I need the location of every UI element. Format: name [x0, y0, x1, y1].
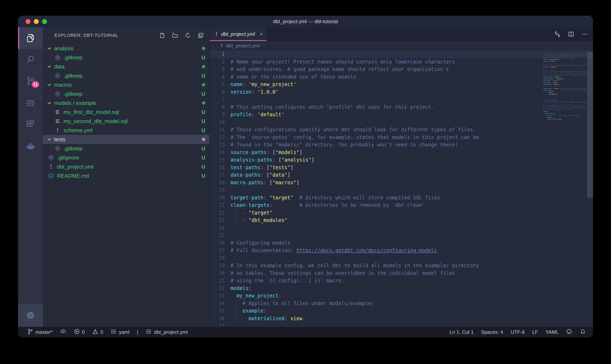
tree-folder-data[interactable]: data	[43, 62, 209, 71]
git-file-icon: ⑂	[54, 90, 61, 97]
line-number: 11	[210, 126, 225, 134]
new-folder-icon[interactable]	[172, 32, 178, 39]
new-file-icon[interactable]	[159, 32, 166, 39]
status-linter-file[interactable]: dbt_project.yml	[146, 328, 188, 336]
source-control-badge: 11	[31, 80, 40, 89]
tree-file--gitkeep[interactable]: ⑂.gitkeepU	[43, 53, 209, 62]
line-number: 1	[210, 51, 225, 58]
tree-file--gitkeep[interactable]: ⑂.gitkeepU	[43, 89, 209, 98]
explorer-icon[interactable]	[18, 27, 43, 49]
line-number: 16	[210, 164, 225, 171]
git-untracked-badge: U	[202, 109, 205, 115]
folder-changes-dot	[202, 83, 205, 86]
line-number: 8	[210, 104, 225, 111]
line-number: 26	[210, 239, 225, 247]
tree-file--gitkeep[interactable]: ⑂.gitkeepU	[43, 71, 209, 80]
line-number: 24	[210, 224, 225, 232]
docker-icon[interactable]	[18, 135, 43, 156]
tree-folder-models-example[interactable]: models / example	[43, 98, 209, 107]
tree-file-dbt-project-yml[interactable]: !dbt_project.ymlU	[43, 162, 209, 171]
line-number: 9	[210, 111, 225, 118]
breadcrumb-problem-icon: !	[220, 43, 223, 49]
status-notifications-bell[interactable]	[580, 328, 586, 336]
status-encoding[interactable]: UTF-8	[511, 329, 525, 335]
git-untracked-badge: U	[202, 91, 205, 97]
close-tab-icon[interactable]: ×	[260, 31, 263, 38]
folder-changes-dot	[202, 47, 205, 50]
split-editor-icon[interactable]	[568, 31, 574, 38]
status-linter-yaml[interactable]: yaml	[111, 328, 129, 336]
close-window-button[interactable]	[26, 19, 30, 24]
settings-gear-icon[interactable]	[18, 304, 43, 327]
tree-file--gitignore[interactable]: ⑂.gitignoreU	[43, 153, 209, 162]
zoom-window-button[interactable]	[42, 19, 47, 24]
line-number: 36	[210, 315, 225, 323]
status-eol[interactable]: LF	[532, 329, 538, 335]
status-git-branch[interactable]: master*	[27, 328, 53, 336]
line-number: 34	[210, 300, 225, 307]
editor-scrollbar[interactable]	[587, 52, 593, 198]
open-changes-icon[interactable]	[554, 31, 561, 38]
yaml-problem-icon: !	[47, 163, 55, 170]
line-number: 17	[210, 171, 225, 179]
tree-folder-analysis[interactable]: analysis	[43, 44, 209, 53]
git-branch-icon	[27, 328, 33, 336]
status-errors[interactable]: 0	[74, 328, 85, 336]
code-editor[interactable]: 12# Name your project! Project names sho…	[210, 51, 593, 327]
git-untracked-badge: U	[202, 55, 205, 61]
git-file-icon: ⑂	[54, 145, 61, 152]
status-indentation[interactable]: Spaces: 4	[481, 329, 503, 335]
breadcrumb[interactable]: ! dbt_project.yml	[210, 41, 593, 51]
more-actions-icon[interactable]	[581, 31, 588, 38]
line-number: 12	[210, 134, 225, 141]
line-number: 22	[210, 209, 225, 217]
line-number: 18	[210, 179, 225, 187]
line-number: 4	[210, 73, 225, 81]
line-number: 23	[210, 217, 225, 224]
chevron-down-icon	[46, 100, 52, 106]
tree-file-readme-md[interactable]: README.mdU	[43, 171, 209, 180]
git-untracked-badge: U	[202, 118, 205, 124]
line-number: 6	[210, 88, 225, 96]
chevron-down-icon	[46, 136, 52, 143]
line-number: 31	[210, 277, 225, 285]
desktop-background: dbt_project.yml — dbt-tutorial	[0, 0, 611, 364]
git-untracked-badge: U	[202, 127, 205, 133]
line-number: 25	[210, 232, 225, 239]
status-warnings[interactable]: 0	[92, 328, 103, 336]
linter-file-icon	[146, 328, 152, 336]
tab-dbt-project-yml[interactable]: ! dbt_project.yml ×	[210, 27, 267, 41]
tree-file-my-first-dbt-model-sql[interactable]: my_first_dbt_model.sqlU	[43, 107, 209, 117]
debug-icon[interactable]	[18, 92, 43, 113]
git-untracked-badge: U	[202, 164, 205, 170]
search-icon[interactable]	[18, 49, 43, 70]
line-number: 37	[210, 322, 225, 327]
tree-folder-macros[interactable]: macros	[43, 80, 209, 89]
source-control-icon[interactable]: 11	[18, 70, 43, 92]
tree-file-my-second-dbt-model-sql[interactable]: my_second_dbt_model.sqlU	[43, 117, 209, 126]
line-number: 13	[210, 141, 225, 149]
line-number: 29	[210, 262, 225, 270]
sync-icon	[60, 328, 66, 336]
collapse-folders-icon[interactable]	[197, 32, 204, 39]
git-untracked-badge: U	[202, 146, 205, 152]
status-feedback-smiley[interactable]	[566, 328, 572, 336]
line-number: 30	[210, 270, 225, 277]
line-number: 2	[210, 58, 225, 66]
warnings-icon	[92, 328, 98, 336]
explorer-header: EXPLORER: DBT-TUTORIAL	[55, 33, 159, 38]
extensions-icon[interactable]	[18, 113, 43, 135]
status-cursor-position[interactable]: Ln 1, Col 1	[450, 329, 474, 335]
minimize-window-button[interactable]	[34, 19, 39, 24]
tree-file--gitkeep[interactable]: ⑂.gitkeepU	[43, 144, 209, 153]
tree-folder-tests[interactable]: tests	[43, 135, 209, 144]
vscode-window: dbt_project.yml — dbt-tutorial	[18, 16, 593, 338]
chevron-down-icon	[46, 64, 52, 70]
linter-yaml-icon	[111, 328, 117, 336]
status-language-mode[interactable]: YAML	[545, 329, 559, 335]
yaml-problem-icon: !	[54, 127, 61, 134]
refresh-icon[interactable]	[184, 32, 191, 39]
status-sync[interactable]	[60, 328, 66, 336]
tree-file-schema-yml[interactable]: !schema.ymlU	[43, 126, 209, 135]
line-number: 20	[210, 194, 225, 202]
